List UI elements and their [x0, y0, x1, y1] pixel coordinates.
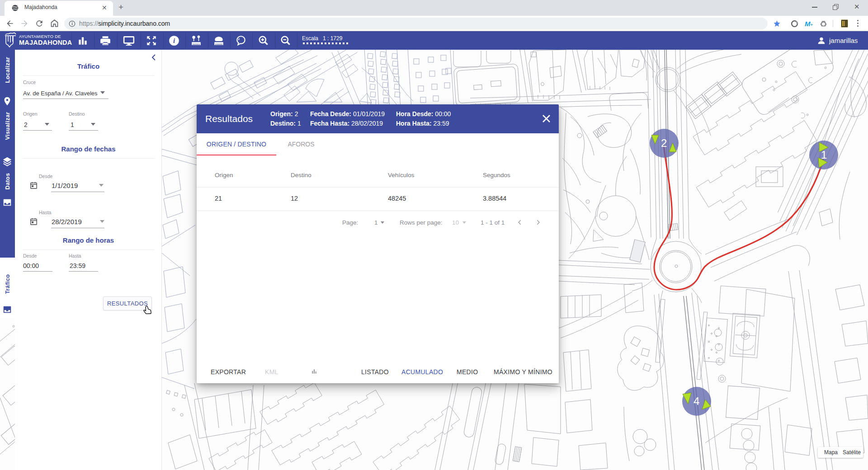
svg-text:1: 1 [821, 149, 827, 161]
svg-text:2: 2 [661, 137, 667, 149]
svg-text:4: 4 [693, 395, 699, 407]
